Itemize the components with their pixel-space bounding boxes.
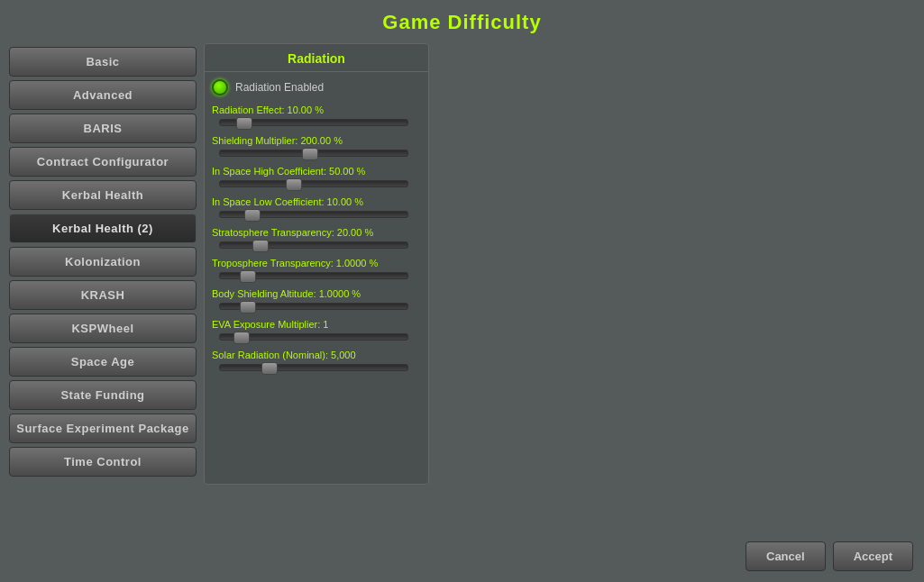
slider-track-2[interactable] (219, 180, 408, 187)
panel-content[interactable]: Radiation Enabled Radiation Effect: 10.0… (205, 72, 428, 484)
setting-label-7: EVA Exposure Multiplier: 1 (212, 319, 421, 330)
slider-thumb-2[interactable] (286, 178, 302, 191)
radiation-enabled-label: Radiation Enabled (235, 81, 324, 94)
slider-track-1[interactable] (219, 150, 408, 157)
slider-track-6[interactable] (219, 303, 408, 310)
sidebar-btn-baris[interactable]: BARIS (9, 114, 197, 143)
slider-thumb-1[interactable] (302, 148, 318, 160)
sidebar-btn-krash[interactable]: KRASH (9, 280, 197, 310)
setting-row-4: Stratosphere Transparency: 20.00 % (212, 227, 421, 249)
setting-label-8: Solar Radiation (Nominal): 5,000 (212, 350, 421, 360)
radiation-toggle-row[interactable]: Radiation Enabled (212, 79, 421, 95)
slider-track-3[interactable] (219, 211, 408, 218)
accept-button[interactable]: Accept (833, 541, 913, 571)
cancel-button[interactable]: Cancel (746, 541, 826, 571)
slider-thumb-5[interactable] (240, 270, 256, 283)
panel-title: Radiation (205, 44, 428, 72)
sidebar-btn-kspwheel[interactable]: KSPWheel (9, 314, 197, 343)
slider-thumb-7[interactable] (233, 332, 250, 344)
sidebar-btn-surface-experiment-package[interactable]: Surface Experiment Package (9, 414, 197, 443)
setting-label-5: Troposphere Transparency: 1.0000 % (212, 258, 421, 268)
slider-thumb-0[interactable] (236, 117, 252, 130)
slider-thumb-6[interactable] (240, 301, 256, 314)
radiation-enabled-indicator[interactable] (212, 79, 228, 95)
bottom-bar: Cancel Accept (746, 541, 913, 571)
setting-label-6: Body Shielding Altitude: 1.0000 % (212, 288, 421, 299)
slider-thumb-8[interactable] (261, 362, 278, 375)
sidebar-btn-kolonization[interactable]: Kolonization (9, 247, 197, 277)
sidebar-btn-contract-configurator[interactable]: Contract Configurator (9, 147, 197, 177)
content-panel: Radiation Radiation Enabled Radiation Ef… (204, 43, 429, 485)
setting-label-2: In Space High Coefficient: 50.00 % (212, 166, 421, 177)
setting-label-0: Radiation Effect: 10.00 % (212, 105, 421, 115)
setting-row-0: Radiation Effect: 10.00 % (212, 105, 421, 126)
setting-row-8: Solar Radiation (Nominal): 5,000 (212, 350, 421, 371)
slider-track-8[interactable] (219, 364, 408, 371)
sidebar-btn-basic[interactable]: Basic (9, 47, 197, 77)
slider-thumb-4[interactable] (252, 240, 269, 252)
sidebar: BasicAdvancedBARISContract ConfiguratorK… (9, 43, 197, 576)
setting-row-3: In Space Low Coefficient: 10.00 % (212, 196, 421, 218)
sidebar-btn-time-control[interactable]: Time Control (9, 447, 197, 477)
setting-row-2: In Space High Coefficient: 50.00 % (212, 166, 421, 187)
sidebar-btn-kerbal-health-(2)[interactable]: Kerbal Health (2) (9, 214, 197, 243)
slider-track-5[interactable] (219, 272, 408, 279)
setting-row-7: EVA Exposure Multiplier: 1 (212, 319, 421, 341)
setting-row-1: Shielding Multiplier: 200.00 % (212, 135, 421, 157)
sliders-container: Radiation Effect: 10.00 %Shielding Multi… (212, 105, 421, 371)
setting-label-1: Shielding Multiplier: 200.00 % (212, 135, 421, 146)
sidebar-btn-state-funding[interactable]: State Funding (9, 380, 197, 410)
setting-label-4: Stratosphere Transparency: 20.00 % (212, 227, 421, 238)
setting-label-3: In Space Low Coefficient: 10.00 % (212, 196, 421, 207)
page-title: Game Difficulty (0, 0, 924, 43)
sidebar-btn-kerbal-health[interactable]: Kerbal Health (9, 180, 197, 210)
sidebar-btn-advanced[interactable]: Advanced (9, 80, 197, 110)
setting-row-5: Troposphere Transparency: 1.0000 % (212, 258, 421, 279)
sidebar-btn-space-age[interactable]: Space Age (9, 347, 197, 377)
slider-track-0[interactable] (219, 119, 408, 126)
setting-row-6: Body Shielding Altitude: 1.0000 % (212, 288, 421, 310)
slider-track-4[interactable] (219, 241, 408, 249)
slider-track-7[interactable] (219, 333, 408, 341)
slider-thumb-3[interactable] (244, 209, 261, 222)
